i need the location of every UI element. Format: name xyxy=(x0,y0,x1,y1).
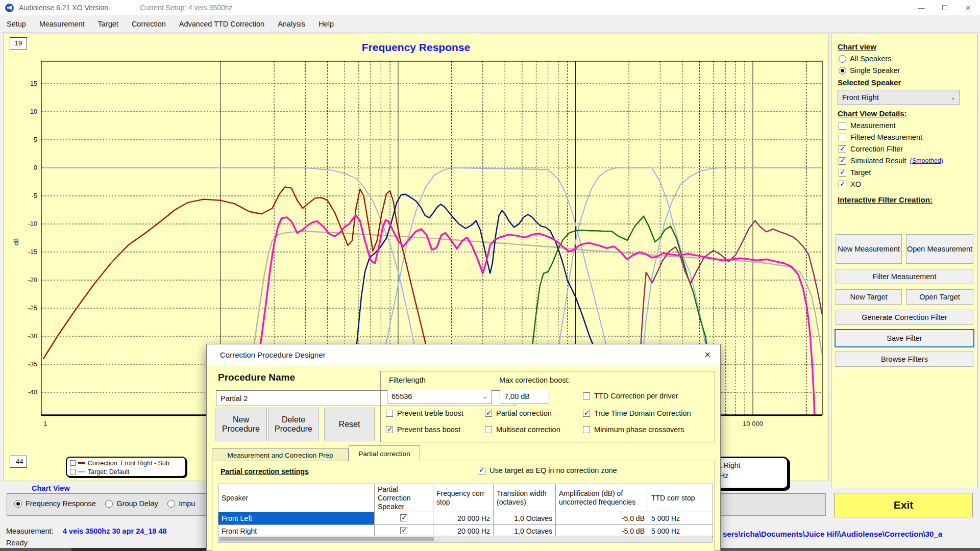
svg-text:-5: -5 xyxy=(32,192,37,199)
save-filter-button[interactable]: Save Filter xyxy=(835,329,974,347)
cell-partial-checkbox[interactable] xyxy=(375,512,433,525)
checkbox-partial-correction-label: Partial correction xyxy=(496,409,552,417)
cell-transition[interactable]: 1,0 Octaves xyxy=(494,512,556,525)
dialog-close-icon[interactable]: ✕ xyxy=(704,350,711,360)
checkbox-ttd-per-driver-box[interactable] xyxy=(583,392,590,399)
menu-setup[interactable]: Setup xyxy=(0,16,33,32)
menu-analysis[interactable]: Analysis xyxy=(271,16,312,32)
reset-button[interactable]: Reset xyxy=(324,408,375,441)
checkbox-xo-box[interactable] xyxy=(839,181,846,188)
table-row-front-left[interactable]: Front Left 20 000 Hz 1,0 Octaves -5,0 dB… xyxy=(218,512,713,525)
legend-checkbox-target[interactable] xyxy=(70,469,76,474)
checkbox-minimum-phase-crossovers[interactable]: Minimum phase crossovers xyxy=(583,425,684,434)
smoothed-link[interactable]: (Smoothed) xyxy=(910,157,943,164)
checkbox-multiseat-correction[interactable]: Multiseat correction xyxy=(485,425,560,434)
new-target-button[interactable]: New Target xyxy=(836,289,902,305)
new-measurement-button[interactable]: New Measurement xyxy=(836,234,902,264)
menu-help[interactable]: Help xyxy=(312,16,340,32)
tab-partial-correction[interactable]: Partial correction xyxy=(349,445,420,461)
legend-color-correction xyxy=(78,462,85,464)
checkbox-simulated-result[interactable]: Simulated Result (Smoothed) xyxy=(839,157,972,165)
checkbox-prevent-bass-boost[interactable]: Prevent bass boost xyxy=(386,425,460,434)
selected-speaker-dropdown[interactable]: Front Right ⌄ xyxy=(838,90,960,105)
close-icon[interactable]: ✕ xyxy=(957,0,980,15)
cell-speaker[interactable]: Front Left xyxy=(218,512,375,525)
checkbox-prevent-treble-boost-box[interactable] xyxy=(386,410,393,417)
menu-advanced-ttd[interactable]: Advanced TTD Correction xyxy=(173,16,271,32)
radio-all-speakers[interactable]: All Speakers xyxy=(839,55,972,63)
radio-impulse[interactable]: Impu xyxy=(167,499,195,508)
restore-icon[interactable] xyxy=(933,0,957,15)
checkbox-prevent-bass-boost-box[interactable] xyxy=(386,426,393,433)
browse-filters-button[interactable]: Browse Filters xyxy=(836,352,973,367)
open-measurement-button[interactable]: Open Measurement xyxy=(906,234,973,264)
menu-correction[interactable]: Correction xyxy=(125,16,173,32)
chevron-down-icon: ⌄ xyxy=(950,94,955,101)
menu-target[interactable]: Target xyxy=(91,16,125,32)
radio-single-speaker-dot[interactable] xyxy=(839,67,846,74)
procedure-name-heading: Procedure Name xyxy=(218,372,295,383)
checkbox-target-box[interactable] xyxy=(839,169,846,177)
application-window: Audiolense 6.21 XO Version. Current Setu… xyxy=(0,0,980,551)
radio-frequency-response-dot[interactable] xyxy=(14,500,22,508)
radio-frequency-response[interactable]: Frequency Response xyxy=(14,499,96,508)
checkbox-correction-filter-box[interactable] xyxy=(839,145,846,153)
checkbox-true-time-domain-box[interactable] xyxy=(583,410,590,417)
svg-text:-20: -20 xyxy=(28,277,37,284)
checkbox-partial-correction[interactable]: Partial correction xyxy=(485,409,552,417)
row-checkbox[interactable] xyxy=(400,527,407,534)
checkbox-measurement-box[interactable] xyxy=(839,122,846,130)
checkbox-minimum-phase-crossovers-box[interactable] xyxy=(583,426,590,433)
checkbox-xo-label: XO xyxy=(850,180,861,188)
dialog-title-bar[interactable]: Correction Procedure Designer ✕ xyxy=(207,344,720,365)
new-procedure-button[interactable]: New Procedure xyxy=(215,408,267,441)
max-correction-boost-field[interactable]: 7,00 dB xyxy=(500,389,549,404)
exit-button[interactable]: Exit xyxy=(834,493,973,517)
generate-correction-filter-button[interactable]: Generate Correction Filter xyxy=(836,310,973,325)
cell-amplification[interactable]: -5,0 dB xyxy=(556,512,648,525)
correction-path-text: sers\richa\Documents\Juice Hifi\Audiolen… xyxy=(723,530,980,538)
svg-text:10 000: 10 000 xyxy=(743,420,763,428)
svg-text:-25: -25 xyxy=(28,305,37,312)
legend-checkbox-correction[interactable] xyxy=(70,460,76,466)
cell-ttd-stop[interactable]: 5 000 Hz xyxy=(648,512,713,525)
row-checkbox[interactable] xyxy=(400,514,407,521)
table-scrollbar[interactable] xyxy=(218,536,713,543)
filter-measurement-button[interactable]: Filter Measurement xyxy=(836,269,973,284)
checkbox-use-target-as-eq[interactable]: Use target as EQ in no correction zone xyxy=(478,466,617,474)
radio-impulse-dot[interactable] xyxy=(167,500,175,508)
checkbox-prevent-treble-boost-label: Prevent treble boost xyxy=(397,409,463,417)
correction-procedure-designer-dialog: Correction Procedure Designer ✕ Procedur… xyxy=(206,344,721,551)
filterlength-dropdown[interactable]: 65536 ⌄ xyxy=(387,389,492,404)
checkbox-ttd-per-driver[interactable]: TTD Correction per driver xyxy=(583,392,678,400)
svg-text:-40: -40 xyxy=(28,389,37,396)
checkbox-simulated-result-box[interactable] xyxy=(839,157,846,165)
procedure-name-value: Partial 2 xyxy=(220,394,248,403)
tab-measurement-and-correction-prep[interactable]: Measurement and Correction Prep xyxy=(212,448,349,461)
clipped-legend-box: t Right Hz xyxy=(712,457,789,489)
checkbox-use-target-as-eq-box[interactable] xyxy=(478,467,485,474)
menu-measurement[interactable]: Measurement xyxy=(33,16,91,32)
radio-group-delay-label: Group Delay xyxy=(116,499,158,508)
measurement-label: Measurement: xyxy=(6,527,54,535)
radio-all-speakers-dot[interactable] xyxy=(839,55,846,63)
checkbox-xo[interactable]: XO xyxy=(839,180,972,188)
checkbox-correction-filter[interactable]: Correction Filter xyxy=(839,145,972,153)
radio-group-delay-dot[interactable] xyxy=(105,500,113,508)
delete-procedure-button[interactable]: Delete Procedure xyxy=(268,408,319,441)
legend-label-target: Target: Default xyxy=(88,468,129,475)
radio-single-speaker[interactable]: Single Speaker xyxy=(839,66,972,74)
checkbox-true-time-domain[interactable]: True Time Domain Correction xyxy=(583,409,691,417)
checkbox-measurement[interactable]: Measurement xyxy=(839,121,972,130)
checkbox-filtered-measurement-box[interactable] xyxy=(839,134,846,141)
window-title: Audiolense 6.21 XO Version. xyxy=(19,4,110,12)
checkbox-target[interactable]: Target xyxy=(839,168,972,177)
checkbox-partial-correction-box[interactable] xyxy=(485,410,492,417)
checkbox-multiseat-correction-box[interactable] xyxy=(485,426,492,433)
radio-group-delay[interactable]: Group Delay xyxy=(105,499,158,508)
minimize-icon[interactable]: — xyxy=(910,0,933,15)
open-target-button[interactable]: Open Target xyxy=(906,289,973,305)
cell-freq-stop[interactable]: 20 000 Hz xyxy=(433,512,494,525)
checkbox-filtered-measurement[interactable]: Filtered Measurement xyxy=(839,133,972,141)
checkbox-prevent-treble-boost[interactable]: Prevent treble boost xyxy=(386,409,463,417)
